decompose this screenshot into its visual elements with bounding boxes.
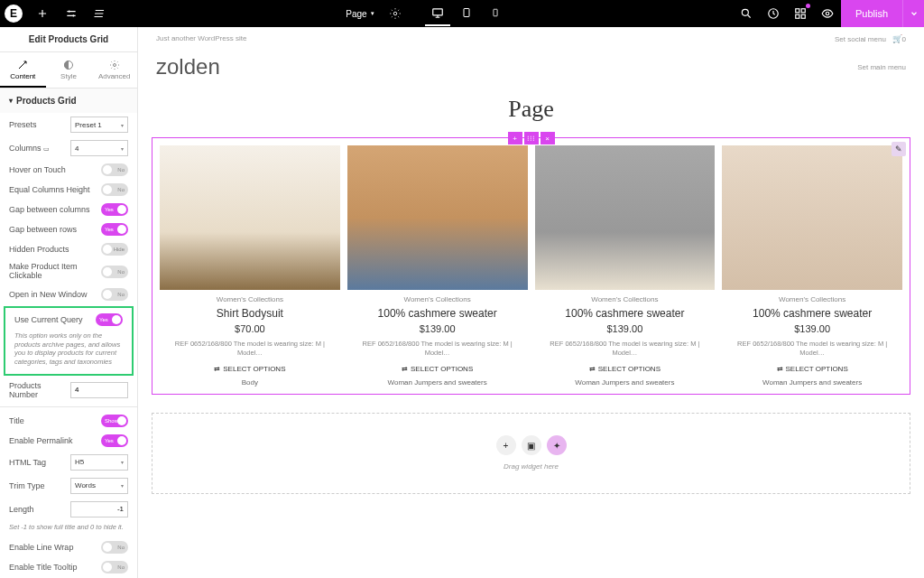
select-options-button[interactable]: ⇄ SELECT OPTIONS [160, 365, 340, 373]
select-options-button[interactable]: ⇄ SELECT OPTIONS [722, 365, 902, 373]
widget-handle: + ⁝⁝⁝ × [138, 132, 924, 144]
history-icon[interactable] [760, 0, 787, 27]
site-settings-icon[interactable] [58, 0, 85, 27]
structure-icon[interactable] [87, 0, 114, 27]
label-gap-cols: Gap between columns [9, 205, 101, 214]
search-icon[interactable] [733, 0, 760, 27]
label-clickable: Make Product Item Clickable [9, 263, 101, 281]
add-element-icon[interactable] [29, 0, 56, 27]
select-presets[interactable]: Preset 1 [70, 117, 128, 133]
toggle-clickable[interactable]: No [101, 266, 128, 278]
toggle-equal-cols[interactable]: No [101, 183, 128, 196]
product-desc: REF 0652/168/800 The model is wearing si… [722, 340, 902, 358]
preview-icon[interactable] [814, 0, 841, 27]
toggle-line-wrap[interactable]: No [101, 541, 128, 554]
template-icon[interactable]: ▣ [522, 435, 541, 455]
product-card[interactable]: Women's Collections 100% cashmere sweate… [722, 145, 902, 387]
svg-rect-1 [432, 9, 442, 15]
products-grid-widget[interactable]: ✎ Women's Collections Shirt Bodysuit $70… [152, 137, 910, 395]
canvas: Just another WordPress site Set social m… [138, 27, 924, 578]
label-length: Length [9, 505, 70, 514]
svg-rect-6 [796, 9, 799, 13]
highlighted-control: Use Current QueryYes This option works o… [4, 306, 134, 376]
toggle-gap-rows[interactable]: Yes [101, 223, 128, 236]
toggle-new-window[interactable]: No [101, 288, 128, 301]
tab-content[interactable]: Content [0, 52, 46, 88]
product-price: $70.00 [160, 323, 340, 334]
product-card[interactable]: Women's Collections 100% cashmere sweate… [347, 145, 528, 387]
product-desc: REF 0652/168/800 The model is wearing si… [160, 340, 340, 358]
product-image[interactable] [347, 145, 528, 290]
publish-button[interactable]: Publish [841, 0, 902, 27]
product-title[interactable]: 100% cashmere sweater [535, 307, 716, 320]
tab-style[interactable]: Style [46, 52, 92, 88]
svg-rect-8 [796, 14, 799, 18]
cart-count: 0 [902, 35, 906, 43]
tab-advanced[interactable]: Advanced [91, 52, 137, 88]
product-image[interactable] [722, 145, 902, 290]
svg-point-0 [393, 12, 397, 15]
label-hover-touch: Hover on Touch [9, 165, 101, 174]
drop-zone[interactable]: + ▣ ✦ Drag widget here [152, 413, 910, 494]
help-use-query: This option works only on the products a… [5, 330, 132, 372]
product-title[interactable]: 100% cashmere sweater [347, 307, 528, 320]
svg-rect-7 [801, 9, 805, 13]
publish-options-icon[interactable] [902, 0, 924, 27]
chevron-down-icon: ▾ [371, 10, 374, 17]
select-options-button[interactable]: ⇄ SELECT OPTIONS [347, 365, 528, 373]
product-card[interactable]: Women's Collections 100% cashmere sweate… [535, 145, 716, 387]
product-card[interactable]: Women's Collections Shirt Bodysuit $70.0… [160, 145, 340, 387]
widget-drag-icon[interactable]: ⁝⁝⁝ [524, 132, 539, 144]
label-hidden-prod: Hidden Products [9, 245, 101, 254]
product-category: Women's Collections [347, 295, 528, 303]
social-menu-link[interactable]: Set social menu [835, 35, 886, 43]
site-brand[interactable]: zolden [156, 54, 220, 79]
select-columns[interactable]: 4 [70, 140, 128, 156]
sidebar-panel: Edit Products Grid Content Style Advance… [0, 27, 138, 578]
product-tags[interactable]: Woman Jumpers and sweaters [722, 378, 902, 387]
toggle-enable-permalink[interactable]: Yes [101, 434, 128, 447]
apps-icon[interactable] [787, 0, 814, 27]
product-tags[interactable]: Woman Jumpers and sweaters [347, 378, 528, 387]
tablet-view-icon[interactable] [454, 1, 479, 26]
product-category: Women's Collections [160, 295, 340, 303]
product-tags[interactable]: Body [160, 378, 340, 387]
product-price: $139.00 [722, 323, 902, 334]
page-heading: Page [138, 96, 924, 123]
section-products-grid[interactable]: Products Grid [0, 89, 137, 113]
toggle-title-tooltip[interactable]: No [101, 561, 128, 573]
page-settings-icon[interactable] [382, 0, 409, 27]
cart-icon[interactable]: 🛒 [892, 34, 902, 43]
label-title: Title [9, 416, 101, 425]
cart-icon: ⇄ [589, 365, 596, 373]
select-options-button[interactable]: ⇄ SELECT OPTIONS [535, 365, 716, 373]
help-length: Set -1 to show full title and 0 to hide … [0, 521, 137, 537]
product-tags[interactable]: Woman Jumpers and sweaters [535, 378, 716, 387]
product-image[interactable] [535, 145, 716, 290]
responsive-icon[interactable]: ▭ [43, 145, 50, 152]
main-menu-link[interactable]: Set main menu [857, 63, 906, 71]
toggle-hover-touch[interactable]: No [101, 163, 128, 176]
mobile-view-icon[interactable] [483, 1, 508, 26]
desktop-view-icon[interactable] [425, 1, 450, 26]
elementor-logo[interactable]: E [5, 5, 23, 23]
svg-rect-9 [801, 14, 805, 18]
widget-add-icon[interactable]: + [508, 132, 522, 144]
input-products-num[interactable] [70, 382, 128, 398]
toggle-title[interactable]: Show [101, 415, 128, 427]
toggle-use-query[interactable]: Yes [96, 313, 123, 326]
toggle-hidden-prod[interactable]: Hide [101, 243, 128, 256]
label-line-wrap: Enable Line Wrap [9, 543, 101, 552]
widget-close-icon[interactable]: × [541, 132, 555, 144]
label-columns: Columns ▭ [9, 144, 70, 153]
product-image[interactable] [160, 145, 340, 290]
toggle-gap-cols[interactable]: Yes [101, 203, 128, 216]
page-dropdown[interactable]: Page ▾ [338, 9, 381, 19]
product-title[interactable]: Shirt Bodysuit [160, 307, 340, 320]
add-section-icon[interactable]: + [496, 435, 516, 455]
product-title[interactable]: 100% cashmere sweater [722, 307, 902, 320]
input-length[interactable] [70, 501, 128, 517]
select-html-tag[interactable]: H5 [70, 454, 128, 471]
select-trim-type[interactable]: Words [70, 478, 128, 494]
ai-icon[interactable]: ✦ [547, 435, 567, 455]
